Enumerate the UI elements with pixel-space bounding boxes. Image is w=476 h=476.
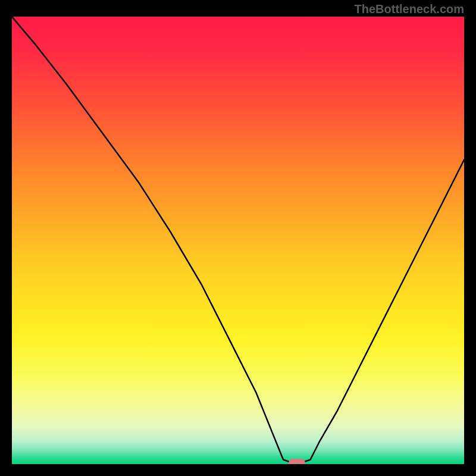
plot-area bbox=[12, 17, 464, 464]
optimum-marker bbox=[289, 459, 305, 464]
bottleneck-curve bbox=[12, 17, 464, 464]
watermark-text: TheBottleneck.com bbox=[355, 2, 464, 16]
